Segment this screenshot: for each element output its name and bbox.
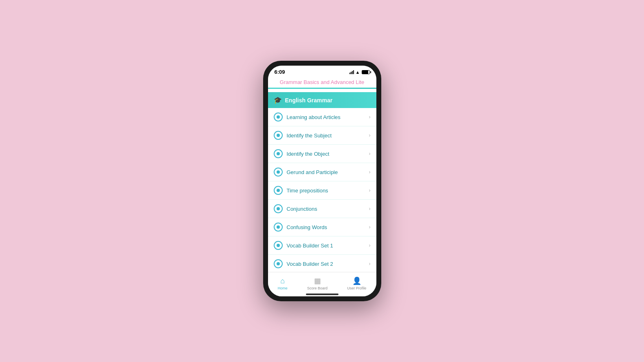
english-grammar-emoji: 🎓 — [274, 96, 282, 104]
chevron-icon-vocab-set-1: › — [369, 243, 371, 248]
english-grammar-header: 🎓 English Grammar — [268, 92, 376, 108]
wifi-icon: ▲ — [356, 70, 360, 75]
signal-icon — [349, 70, 354, 74]
tab-bar: ⌂ Home ▦ Score Board 👤 User Profile — [268, 272, 376, 293]
list-item-time-prepositions[interactable]: Time prepositions › — [268, 181, 376, 200]
phone-frame: 6:09 ▲ Grammar Basics and Advanced Lite — [263, 61, 381, 301]
item-label-gerund: Gerund and Participle — [287, 169, 369, 175]
item-label-subject: Identify the Subject — [287, 132, 369, 139]
status-icons: ▲ — [349, 70, 370, 75]
app-header: Grammar Basics and Advanced Lite — [268, 77, 376, 92]
status-time: 6:09 — [275, 69, 285, 75]
chevron-icon-time-prepositions: › — [369, 188, 371, 193]
item-label-vocab-set-2: Vocab Builder Set 2 — [287, 261, 369, 267]
home-icon: ⌂ — [280, 277, 285, 285]
tab-home-label: Home — [278, 286, 288, 290]
tab-user-profile-label: User Profile — [347, 286, 366, 290]
list-item-subject[interactable]: Identify the Subject › — [268, 126, 376, 145]
list-item-object[interactable]: Identify the Object › — [268, 145, 376, 163]
english-grammar-title: English Grammar — [285, 97, 333, 104]
status-bar: 6:09 ▲ — [268, 66, 376, 77]
content-area: 🎓 English Grammar Learning about Article… — [268, 92, 376, 272]
phone-screen: 6:09 ▲ Grammar Basics and Advanced Lite — [268, 66, 376, 296]
item-icon-time-prepositions — [274, 186, 283, 195]
chevron-icon-subject: › — [369, 132, 371, 138]
list-item-vocab-set-2[interactable]: Vocab Builder Set 2 › — [268, 255, 376, 272]
item-icon-vocab-set-2 — [274, 259, 283, 268]
score-board-icon: ▦ — [314, 276, 321, 285]
list-item-vocab-set-1[interactable]: Vocab Builder Set 1 › — [268, 236, 376, 255]
chevron-icon-conjunctions: › — [369, 206, 371, 212]
tab-user-profile[interactable]: 👤 User Profile — [343, 276, 370, 291]
item-icon-subject — [274, 131, 283, 140]
item-icon-articles — [274, 113, 283, 121]
chevron-icon-gerund: › — [369, 169, 371, 175]
list-item-articles[interactable]: Learning about Articles › — [268, 108, 376, 126]
chevron-icon-articles: › — [369, 114, 371, 120]
item-label-time-prepositions: Time prepositions — [287, 188, 369, 194]
item-label-confusing-words: Confusing Words — [287, 224, 369, 230]
list-item-gerund[interactable]: Gerund and Participle › — [268, 163, 376, 181]
item-icon-gerund — [274, 168, 283, 177]
item-icon-confusing-words — [274, 223, 283, 232]
battery-icon — [362, 70, 370, 74]
item-icon-object — [274, 149, 283, 158]
home-bar-area — [268, 293, 376, 296]
chevron-icon-object: › — [369, 151, 371, 157]
header-line — [268, 88, 376, 89]
chevron-icon-confusing-words: › — [369, 224, 371, 230]
item-label-vocab-set-1: Vocab Builder Set 1 — [287, 243, 369, 249]
tab-home[interactable]: ⌂ Home — [274, 276, 292, 291]
list-item-confusing-words[interactable]: Confusing Words › — [268, 218, 376, 236]
item-label-conjunctions: Conjunctions — [287, 206, 369, 212]
item-icon-conjunctions — [274, 204, 283, 213]
tab-score-board-label: Score Board — [307, 286, 327, 290]
list-item-conjunctions[interactable]: Conjunctions › — [268, 200, 376, 218]
item-label-articles: Learning about Articles — [287, 114, 369, 120]
home-bar — [306, 294, 338, 295]
user-profile-icon: 👤 — [352, 276, 361, 285]
item-label-object: Identify the Object — [287, 151, 369, 157]
app-title: Grammar Basics and Advanced Lite — [268, 79, 376, 85]
tab-score-board[interactable]: ▦ Score Board — [303, 276, 332, 291]
chevron-icon-vocab-set-2: › — [369, 261, 371, 267]
item-icon-vocab-set-1 — [274, 241, 283, 250]
